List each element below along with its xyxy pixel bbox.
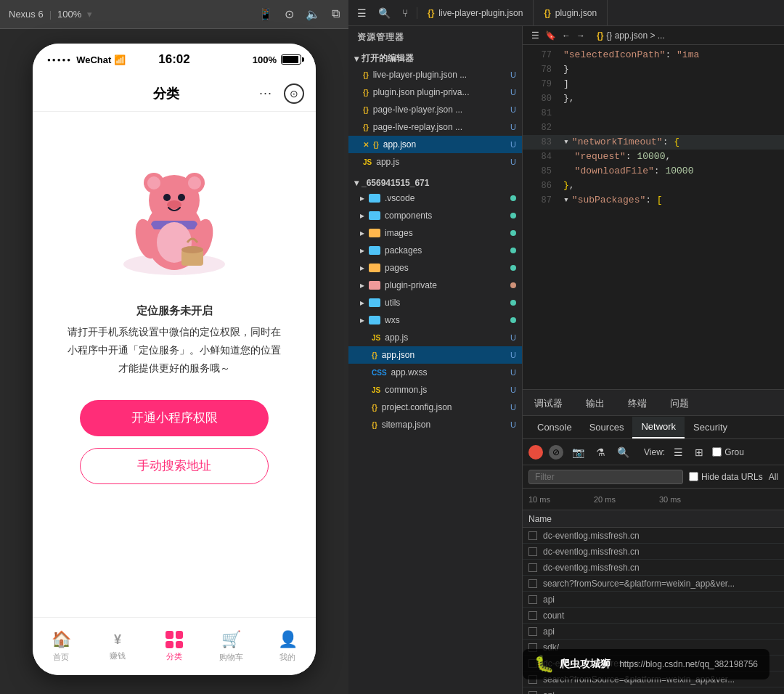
btn-primary[interactable]: 开通小程序权限: [80, 400, 269, 436]
root-file-sitemap[interactable]: {} sitemap.json U: [348, 416, 522, 433]
tab-plugin-json[interactable]: {} plugin.json: [534, 0, 608, 25]
search-icon[interactable]: 🔍: [614, 445, 632, 460]
network-item[interactable]: api: [523, 687, 784, 694]
file-name: page-live-player.json ...: [373, 105, 462, 115]
checkbox[interactable]: [528, 627, 537, 636]
project-section: ▾ _656941515_671 ▸ .vscode ▸ components …: [348, 174, 522, 436]
hide-data-checkbox[interactable]: [689, 472, 698, 481]
git-icon[interactable]: ⑂: [402, 7, 408, 19]
open-file-page-live-player[interactable]: {} page-live-player.json ... U: [348, 101, 522, 118]
list-icon[interactable]: ☰: [671, 445, 686, 460]
filter-icon[interactable]: ⚗: [593, 445, 608, 460]
folder-icon: [369, 211, 380, 220]
checkbox[interactable]: [528, 579, 537, 588]
svg-point-6: [188, 176, 201, 189]
arrow-right-icon[interactable]: →: [576, 30, 585, 41]
record-icon[interactable]: ⊙: [285, 7, 294, 21]
category-icon: [166, 631, 183, 648]
network-item[interactable]: api: [523, 592, 784, 608]
folder-plugin-private[interactable]: ▸ plugin-private: [348, 277, 522, 294]
menu-icon[interactable]: ☰: [357, 7, 367, 19]
status-time: 16:02: [158, 52, 189, 67]
folder-packages[interactable]: ▸ packages: [348, 242, 522, 259]
tab-home[interactable]: 🏠 首页: [33, 630, 89, 663]
open-editors-title[interactable]: ▾ 打开的编辑器: [348, 51, 522, 66]
checkbox[interactable]: [528, 611, 537, 620]
checkbox[interactable]: [528, 595, 537, 604]
network-item[interactable]: dc-eventlog.missfresh.cn: [523, 544, 784, 560]
stop-btn[interactable]: ⊘: [549, 445, 563, 460]
checkbox[interactable]: [528, 547, 537, 556]
network-item[interactable]: dc-eventlog.missfresh.cn: [523, 528, 784, 544]
root-file-app-wxss[interactable]: CSS app.wxss U: [348, 364, 522, 381]
bookmark-icon[interactable]: 🔖: [545, 30, 556, 41]
chevron-right-icon: ▸: [360, 193, 364, 203]
tab-category[interactable]: 分类: [146, 631, 203, 662]
network-item[interactable]: api: [523, 624, 784, 640]
tab-mine[interactable]: 👤 我的: [259, 630, 316, 663]
checkbox[interactable]: [528, 563, 537, 572]
search-icon[interactable]: 🔍: [378, 7, 391, 19]
root-file-app-js[interactable]: JS app.js U: [348, 329, 522, 346]
root-file-app-json[interactable]: {} app.json U: [348, 346, 522, 364]
network-item[interactable]: search?fromSource=&platform=weixin_app&v…: [523, 576, 784, 592]
filter-row: Hide data URLs All: [523, 465, 784, 489]
ide-top-bar: ☰ 🔍 ⑂ {} live-player-plugin.json {} plug…: [348, 0, 784, 26]
chevron-right-icon: ▸: [360, 263, 364, 273]
folder-wxs[interactable]: ▸ wxs: [348, 311, 522, 329]
record-btn[interactable]: [528, 445, 543, 460]
btn-secondary[interactable]: 手动搜索地址: [80, 448, 269, 484]
open-file-app-js[interactable]: JS app.js U: [348, 153, 522, 171]
align-icon[interactable]: ☰: [531, 30, 539, 41]
folder-icon: [369, 264, 380, 272]
explorer-title: 资源管理器: [348, 26, 522, 48]
arrow-left-icon[interactable]: ←: [562, 30, 571, 41]
dot-indicator: [510, 230, 516, 236]
more-icon[interactable]: ···: [259, 86, 272, 101]
tab-debugger[interactable]: 调试器: [523, 392, 574, 415]
subtab-console[interactable]: Console: [528, 417, 581, 438]
open-file-page-live-replay[interactable]: {} page-live-replay.json ... U: [348, 118, 522, 136]
tab-terminal[interactable]: 终端: [616, 392, 658, 415]
folder-icon: [369, 316, 380, 324]
subtab-network[interactable]: Network: [632, 417, 685, 438]
rotate-icon[interactable]: ⧉: [332, 7, 340, 21]
folder-vscode[interactable]: ▸ .vscode: [348, 189, 522, 207]
js-icon: JS: [363, 158, 372, 166]
checkbox[interactable]: [528, 531, 537, 540]
checkbox[interactable]: [528, 691, 537, 695]
subtab-sources[interactable]: Sources: [581, 417, 633, 438]
folder-icon: [369, 298, 380, 307]
tab-earn[interactable]: ¥ 赚钱: [89, 632, 146, 661]
open-file-live-player[interactable]: {} live-player-plugin.json ... U: [348, 66, 522, 83]
phone-toolbar: Nexus 6 | 100% ▾ 📱 ⊙ 🔈 ⧉: [0, 0, 348, 29]
subtab-security[interactable]: Security: [685, 417, 736, 438]
folder-images[interactable]: ▸ images: [348, 224, 522, 242]
tab-output[interactable]: 输出: [574, 392, 616, 415]
volume-icon[interactable]: 🔈: [306, 7, 320, 21]
filter-input[interactable]: [528, 470, 683, 484]
grid-icon[interactable]: ⊞: [692, 445, 706, 460]
badge-u: U: [510, 333, 516, 342]
folder-utils[interactable]: ▸ utils: [348, 294, 522, 311]
network-item[interactable]: count: [523, 608, 784, 624]
project-title[interactable]: ▾ _656941515_671: [348, 176, 522, 189]
json-brace-icon2: {}: [544, 8, 550, 18]
network-item[interactable]: dc-eventlog.missfresh.cn: [523, 560, 784, 576]
root-file-common-js[interactable]: JS common.js U: [348, 381, 522, 399]
root-file-project-config[interactable]: {} project.config.json U: [348, 399, 522, 416]
open-file-plugin[interactable]: {} plugin.json plugin-priva... U: [348, 83, 522, 101]
folder-pages[interactable]: ▸ pages: [348, 259, 522, 277]
chevron-right-icon: ▸: [360, 228, 364, 238]
open-file-app-json[interactable]: ✕ {} app.json U: [348, 136, 522, 153]
group-checkbox[interactable]: [712, 447, 722, 457]
phone-icon[interactable]: 📱: [258, 7, 273, 21]
target-icon[interactable]: ⊙: [284, 83, 304, 104]
folder-components[interactable]: ▸ components: [348, 207, 522, 224]
camera-icon[interactable]: 📷: [569, 445, 587, 460]
tab-cart[interactable]: 🛒 购物车: [203, 630, 259, 663]
close-icon[interactable]: ✕: [363, 141, 369, 149]
json-icon: {}: [363, 123, 369, 131]
tab-live-player-plugin[interactable]: {} live-player-plugin.json: [417, 0, 534, 25]
tab-problems[interactable]: 问题: [658, 392, 701, 415]
